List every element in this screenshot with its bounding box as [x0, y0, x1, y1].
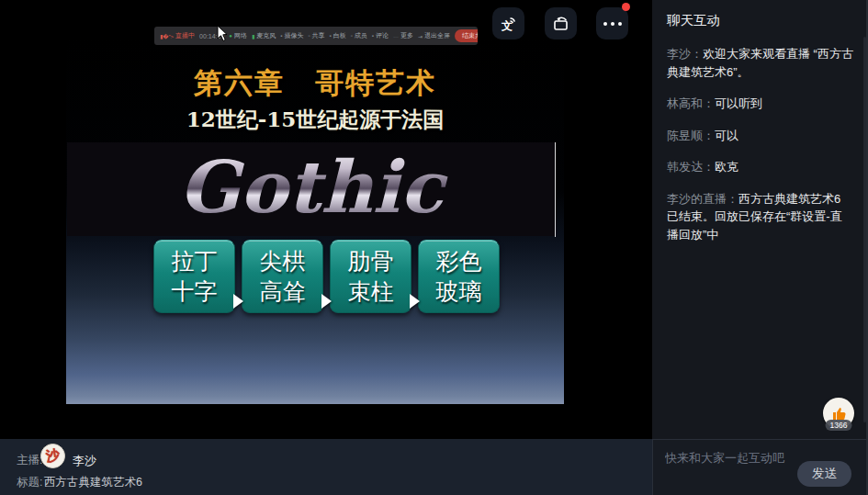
screen-share-toolbar: ▮�">‌ 直播中 00:14:10 ● 网络 ▮ 麦克风 ▪ 摄像头 ▫ 共享 — [154, 27, 478, 45]
rotate-screen-button[interactable] — [545, 7, 577, 39]
toolbar-item-more[interactable]: … 更多 — [393, 31, 413, 40]
chat-system-message: 李沙的直播：西方古典建筑艺术6 已结束。回放已保存在“群设置-直播回放”中 — [667, 190, 853, 244]
live-status-badge: ▮�">‌ 直播中 — [160, 31, 195, 40]
gothic-word-art: Gothic — [67, 142, 555, 236]
captions-translate-button[interactable]: 文 — [492, 7, 524, 39]
whiteboard-icon: ▪ — [330, 33, 332, 39]
camera-icon: ▪ — [280, 33, 282, 39]
chat-input[interactable] — [665, 447, 803, 467]
more-icon: … — [393, 33, 399, 39]
video-column: 第六章 哥特艺术 12世纪-15世纪起源于法国 — [0, 0, 652, 495]
flow-box-latin-cross: 拉丁 十字 — [153, 240, 235, 313]
host-avatar: 沙 — [40, 444, 65, 468]
svg-text:Gothic: Gothic — [178, 145, 448, 229]
presentation-slide: 第六章 哥特艺术 12世纪-15世纪起源于法国 — [66, 37, 564, 404]
send-button[interactable]: 发送 — [797, 461, 851, 487]
flow-box-stained-glass: 彩色 玻璃 — [418, 240, 500, 313]
members-icon: ▫ — [351, 33, 353, 39]
stream-title-label: 标题: — [17, 475, 42, 490]
chat-scrollbar[interactable] — [863, 37, 866, 422]
flow-arrow-icon — [321, 294, 332, 309]
like-count-badge: 1366 — [826, 420, 852, 431]
live-stream-window: 第六章 哥特艺术 12世纪-15世纪起源于法国 — [0, 0, 868, 495]
comments-icon: ▪ — [372, 33, 374, 39]
toolbar-item-exit-fullscreen[interactable]: ⇥ 退出全屏 — [418, 31, 450, 40]
gothic-banner-image: Gothic — [67, 142, 555, 236]
like-button[interactable]: 1366 — [823, 398, 854, 430]
host-label: 主播: — [17, 453, 42, 468]
chat-message: 韩发达：欧克 — [667, 158, 853, 176]
more-options-button[interactable] — [596, 7, 628, 39]
chat-message: 李沙：欢迎大家来观看直播 “西方古典建筑艺术6”。 — [667, 45, 853, 81]
slide-subtitle: 12世纪-15世纪起源于法国 — [66, 106, 564, 134]
chat-message-list: 李沙：欢迎大家来观看直播 “西方古典建筑艺术6”。 林高和：可以听到 陈昱顺：可… — [652, 45, 866, 243]
host-name: 李沙 — [73, 453, 96, 469]
slide-chapter-title: 第六章 哥特艺术 — [66, 64, 564, 103]
chat-message: 林高和：可以听到 — [667, 95, 853, 113]
microphone-icon: ▮ — [252, 33, 254, 39]
toolbar-item-comments[interactable]: ▪ 评论 — [372, 31, 389, 40]
chat-body: 聊天互动 李沙：欢迎大家来观看直播 “西方古典建筑艺术6”。 林高和：可以听到 … — [652, 0, 866, 439]
chat-message: 陈昱顺：可以 — [667, 127, 853, 145]
more-icon — [602, 22, 624, 26]
flow-diagram: 拉丁 十字 尖栱 高耸 肋骨 束柱 彩色 玻璃 — [153, 240, 500, 313]
rotate-screen-icon — [551, 14, 571, 34]
notification-dot — [622, 3, 630, 11]
screen-artifact-line — [555, 142, 556, 237]
chat-input-area: 发送 — [652, 439, 866, 495]
chat-panel: 聊天互动 李沙：欢迎大家来观看直播 “西方古典建筑艺术6”。 林高和：可以听到 … — [652, 0, 868, 495]
caption-translate-icon: 文 — [499, 14, 519, 34]
toolbar-item-network[interactable]: ● 网络 — [229, 31, 247, 40]
live-signal-icon: ▮�">‌ — [160, 33, 174, 39]
mouse-cursor — [217, 26, 229, 42]
flow-arrow-icon — [410, 294, 420, 309]
flow-arrow-icon — [233, 294, 243, 309]
toolbar-item-camera[interactable]: ▪ 摄像头 — [280, 31, 303, 40]
toolbar-item-whiteboard[interactable]: ▪ 白板 — [330, 31, 346, 40]
share-screen-icon: ▫ — [308, 33, 310, 39]
flow-box-pointed-arch: 尖栱 高耸 — [242, 240, 323, 313]
toolbar-item-mic[interactable]: ▮ 麦克风 — [252, 31, 276, 40]
flow-box-rib-vault: 肋骨 束柱 — [330, 240, 411, 313]
stream-info-bar: 主播: 沙 李沙 标题: 西方古典建筑艺术6 — [0, 439, 652, 495]
chat-panel-title: 聊天互动 — [652, 0, 866, 29]
stream-title: 西方古典建筑艺术6 — [44, 475, 142, 490]
svg-text:文: 文 — [501, 19, 513, 32]
network-status-icon: ● — [229, 33, 232, 39]
toolbar-item-members[interactable]: ▫ 成员 — [351, 31, 367, 40]
toolbar-item-share[interactable]: ▫ 共享 — [308, 31, 324, 40]
exit-fullscreen-icon: ⇥ — [418, 33, 423, 39]
video-stage: 第六章 哥特艺术 12世纪-15世纪起源于法国 — [0, 0, 652, 439]
seal-stamp-icon: 沙 — [45, 446, 61, 466]
end-share-button[interactable]: 结束共享 — [455, 29, 478, 42]
